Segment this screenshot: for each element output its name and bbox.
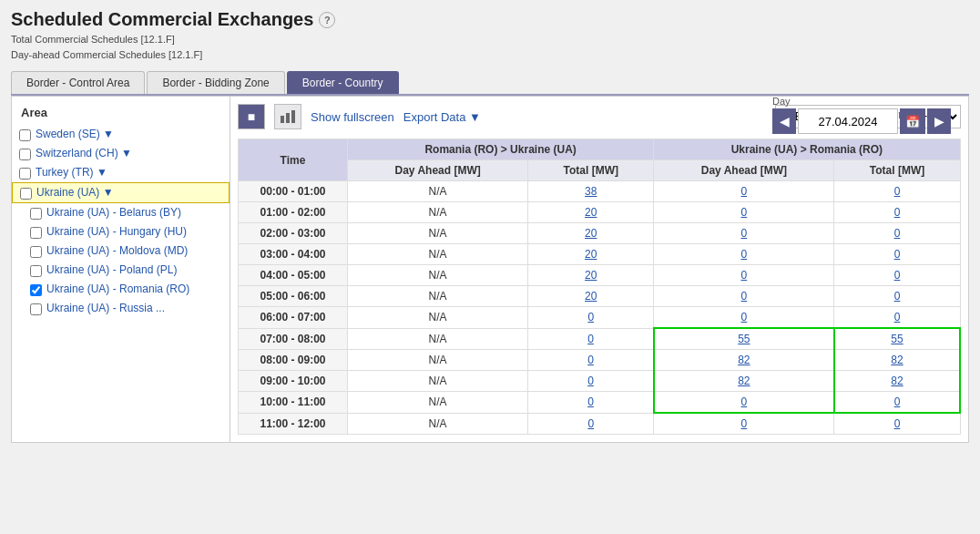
d2-da-cell[interactable]: 0 [654, 223, 834, 244]
checkbox-ua-by[interactable] [30, 208, 42, 220]
d2-da-cell[interactable]: 0 [654, 181, 834, 202]
table-row: 06:00 - 07:00 N/A 0 0 0 [239, 307, 961, 329]
sidebar-item-ua-md[interactable]: Ukraine (UA) - Moldova (MD) [12, 241, 230, 261]
table-row: 00:00 - 01:00 N/A 38 0 0 [239, 181, 961, 202]
d1-total-cell[interactable]: 0 [528, 328, 654, 350]
time-cell: 04:00 - 05:00 [239, 265, 348, 286]
sidebar-item-ua-hu[interactable]: Ukraine (UA) - Hungary (HU) [12, 222, 230, 241]
sidebar-item-turkey[interactable]: Turkey (TR) ▼ [12, 163, 230, 182]
show-fullscreen-link[interactable]: Show fullscreen [311, 110, 394, 124]
d1-total-cell[interactable]: 20 [528, 244, 654, 265]
d2-total-cell[interactable]: 55 [834, 328, 960, 350]
sidebar-label-ua-pl: Ukraine (UA) - Poland (PL) [46, 263, 177, 276]
day-input[interactable] [798, 108, 898, 134]
checkbox-ukraine[interactable] [20, 188, 32, 200]
d2-da-cell[interactable]: 0 [654, 286, 834, 307]
checkbox-ua-ru[interactable] [30, 303, 42, 315]
d2-total-cell[interactable]: 0 [834, 413, 960, 435]
d1-da-cell: N/A [348, 328, 528, 350]
col-direction2: Ukraine (UA) > Romania (RO) [654, 139, 960, 160]
d1-total-cell[interactable]: 0 [528, 392, 654, 414]
d2-da-cell[interactable]: 55 [654, 328, 834, 350]
d2-total-cell[interactable]: 0 [834, 244, 960, 265]
data-table: Time Romania (RO) > Ukraine (UA) Ukraine… [238, 139, 961, 435]
sidebar-item-sweden[interactable]: Sweden (SE) ▼ [12, 125, 230, 144]
col-d2-day-ahead: Day Ahead [MW] [654, 160, 834, 181]
d2-total-cell[interactable]: 0 [834, 202, 960, 223]
tab-border-bidding-zone[interactable]: Border - Bidding Zone [147, 71, 284, 94]
checkbox-turkey[interactable] [19, 168, 31, 180]
d2-da-cell[interactable]: 0 [654, 413, 834, 435]
day-label: Day [772, 96, 791, 107]
checkbox-sweden[interactable] [19, 129, 31, 141]
tab-border-country[interactable]: Border - Country [287, 71, 399, 94]
time-cell: 11:00 - 12:00 [239, 413, 348, 435]
d1-da-cell: N/A [348, 307, 528, 329]
d2-da-cell[interactable]: 0 [654, 392, 834, 414]
d1-da-cell: N/A [348, 181, 528, 202]
title-text: Scheduled Commercial Exchanges [11, 9, 313, 30]
sidebar-label-ua-md: Ukraine (UA) - Moldova (MD) [46, 244, 188, 257]
table-row: 09:00 - 10:00 N/A 0 82 82 [239, 371, 961, 392]
sidebar-item-switzerland[interactable]: Switzerland (CH) ▼ [12, 144, 230, 163]
d1-total-cell[interactable]: 38 [528, 181, 654, 202]
d2-total-cell[interactable]: 0 [834, 392, 960, 414]
time-cell: 09:00 - 10:00 [239, 371, 348, 392]
table-row: 04:00 - 05:00 N/A 20 0 0 [239, 265, 961, 286]
calendar-button[interactable]: 📅 [900, 108, 925, 134]
col-d1-total: Total [MW] [528, 160, 654, 181]
d2-da-cell[interactable]: 82 [654, 371, 834, 392]
d2-da-cell[interactable]: 0 [654, 265, 834, 286]
table-row: 10:00 - 11:00 N/A 0 0 0 [239, 392, 961, 414]
d1-total-cell[interactable]: 0 [528, 307, 654, 329]
d1-da-cell: N/A [348, 413, 528, 435]
d1-da-cell: N/A [348, 371, 528, 392]
d2-da-cell[interactable]: 0 [654, 307, 834, 329]
time-cell: 02:00 - 03:00 [239, 223, 348, 244]
time-cell: 00:00 - 01:00 [239, 181, 348, 202]
checkbox-switzerland[interactable] [19, 149, 31, 160]
sidebar-label-ua-hu: Ukraine (UA) - Hungary (HU) [46, 225, 187, 238]
sidebar-item-ua-ru[interactable]: Ukraine (UA) - Russia ... [12, 299, 230, 318]
checkbox-ua-hu[interactable] [30, 227, 42, 239]
time-cell: 08:00 - 09:00 [239, 350, 348, 371]
sidebar-item-ukraine[interactable]: Ukraine (UA) ▼ [12, 182, 230, 203]
d1-total-cell[interactable]: 0 [528, 350, 654, 371]
checkbox-ua-pl[interactable] [30, 265, 42, 277]
d2-total-cell[interactable]: 0 [834, 181, 960, 202]
d1-total-cell[interactable]: 20 [528, 286, 654, 307]
d2-total-cell[interactable]: 0 [834, 223, 960, 244]
help-icon[interactable]: ? [319, 12, 335, 28]
d2-da-cell[interactable]: 0 [654, 244, 834, 265]
d2-total-cell[interactable]: 82 [834, 371, 960, 392]
table-row: 01:00 - 02:00 N/A 20 0 0 [239, 202, 961, 223]
time-cell: 10:00 - 11:00 [239, 392, 348, 414]
sidebar-item-ua-pl[interactable]: Ukraine (UA) - Poland (PL) [12, 261, 230, 280]
grid-view-button[interactable]: ■ [238, 104, 265, 129]
chart-view-button[interactable] [274, 104, 301, 129]
sidebar-item-ua-ro[interactable]: Ukraine (UA) - Romania (RO) [12, 280, 230, 299]
tab-border-control-area[interactable]: Border - Control Area [11, 71, 145, 94]
sidebar-item-ua-by[interactable]: Ukraine (UA) - Belarus (BY) [12, 203, 230, 222]
d2-total-cell[interactable]: 0 [834, 307, 960, 329]
d1-total-cell[interactable]: 0 [528, 413, 654, 435]
d1-total-cell[interactable]: 20 [528, 202, 654, 223]
d1-total-cell[interactable]: 20 [528, 223, 654, 244]
d2-da-cell[interactable]: 82 [654, 350, 834, 371]
d1-da-cell: N/A [348, 392, 528, 414]
d1-total-cell[interactable]: 20 [528, 265, 654, 286]
export-data-link[interactable]: Export Data ▼ [403, 110, 481, 124]
d1-total-cell[interactable]: 0 [528, 371, 654, 392]
d2-total-cell[interactable]: 82 [834, 350, 960, 371]
d2-total-cell[interactable]: 0 [834, 265, 960, 286]
time-cell: 03:00 - 04:00 [239, 244, 348, 265]
prev-day-button[interactable]: ◀ [772, 108, 796, 134]
time-cell: 06:00 - 07:00 [239, 307, 348, 329]
d1-da-cell: N/A [348, 202, 528, 223]
d2-da-cell[interactable]: 0 [654, 202, 834, 223]
checkbox-ua-md[interactable] [30, 246, 42, 258]
d2-total-cell[interactable]: 0 [834, 286, 960, 307]
d1-da-cell: N/A [348, 265, 528, 286]
checkbox-ua-ro[interactable] [30, 284, 42, 296]
next-day-button[interactable]: ▶ [927, 108, 951, 134]
